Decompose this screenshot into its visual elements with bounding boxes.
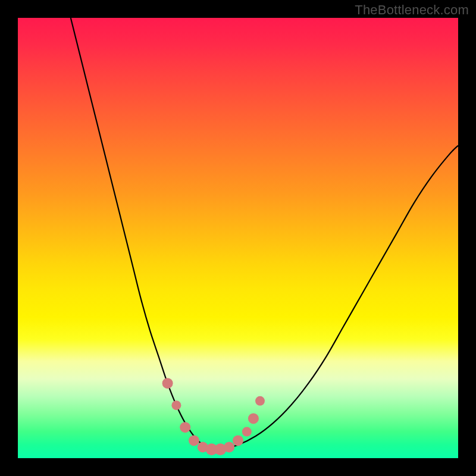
valley-marker [162, 378, 173, 389]
bottleneck-curve-line [71, 18, 458, 450]
chart-svg [18, 18, 458, 458]
valley-marker [171, 400, 181, 410]
plot-area [18, 18, 458, 458]
valley-marker [248, 413, 259, 424]
valley-marker [224, 442, 234, 453]
valley-marker [242, 427, 252, 437]
valley-markers-group [162, 378, 265, 455]
valley-marker [189, 435, 199, 446]
watermark-text: TheBottleneck.com [355, 2, 469, 18]
valley-marker [180, 422, 190, 433]
valley-marker [255, 396, 265, 406]
chart-frame: TheBottleneck.com [0, 0, 476, 476]
valley-marker [233, 435, 243, 446]
